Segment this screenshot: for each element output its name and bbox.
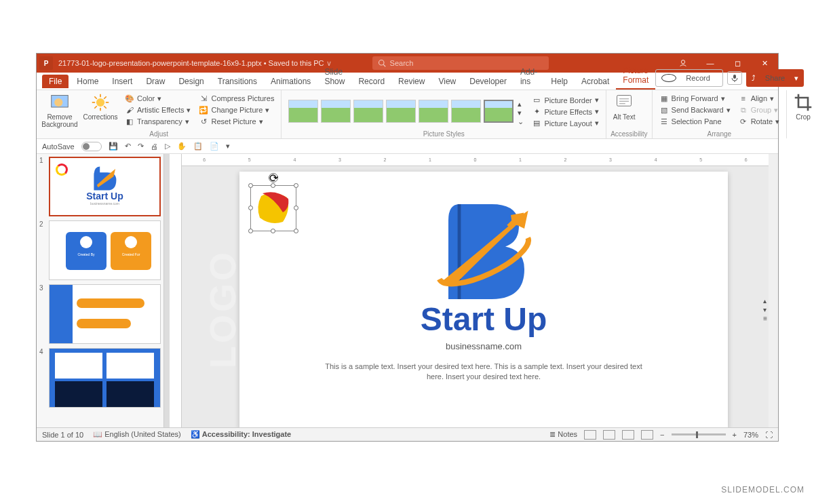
- crop-button[interactable]: Crop: [791, 92, 814, 121]
- reading-view-icon[interactable]: [622, 430, 634, 440]
- picture-border-button[interactable]: ▭Picture Border ▾: [529, 95, 602, 106]
- bring-forward-button[interactable]: ▦Bring Forward ▾: [657, 93, 733, 104]
- prev-slide-icon[interactable]: ▴: [763, 297, 767, 305]
- remove-bg-icon: [50, 93, 69, 112]
- picture-effects-button[interactable]: ✦Picture Effects ▾: [529, 106, 602, 117]
- change-picture-button[interactable]: 🔁Change Picture ▾: [196, 104, 277, 115]
- remove-background-button[interactable]: Remove Background: [41, 92, 79, 128]
- qat-from-beginning-icon[interactable]: ▷: [165, 142, 170, 151]
- fit-to-window-icon[interactable]: ⛶: [765, 431, 773, 439]
- redo-icon[interactable]: ↷: [138, 142, 144, 151]
- tab-record[interactable]: Record: [351, 73, 391, 90]
- zoom-slider[interactable]: [672, 433, 726, 435]
- slide-canvas[interactable]: LOGO ⟳: [182, 166, 769, 427]
- notes-button[interactable]: ≣ Notes: [549, 430, 577, 439]
- rotate-icon: ⟳: [739, 117, 748, 126]
- tab-file[interactable]: File: [42, 75, 69, 88]
- qat-print-icon[interactable]: 🖨: [151, 142, 158, 151]
- slide-counter: Slide 1 of 10: [42, 431, 83, 439]
- accessibility-status[interactable]: ♿ Accessibility: Investigate: [191, 430, 292, 439]
- svg-point-7: [96, 98, 104, 106]
- tab-developer[interactable]: Developer: [463, 73, 513, 90]
- next-slide-icon[interactable]: ▾: [763, 306, 767, 313]
- qat-paste-icon[interactable]: 📄: [210, 142, 219, 151]
- tab-transitions[interactable]: Transitions: [211, 73, 264, 90]
- brand-description: This is a sample text. Insert your desir…: [321, 362, 646, 383]
- svg-point-5: [54, 98, 62, 106]
- rotate-button[interactable]: ⟳Rotate ▾: [736, 116, 782, 127]
- rotation-handle[interactable]: ⟳: [269, 173, 278, 182]
- tab-animations[interactable]: Animations: [264, 73, 317, 90]
- zoom-level[interactable]: 73%: [743, 431, 758, 439]
- record-button[interactable]: Record: [655, 69, 722, 87]
- slideshow-view-icon[interactable]: [641, 430, 653, 440]
- tab-home[interactable]: Home: [70, 73, 105, 90]
- brand-title: Start Up: [239, 301, 728, 338]
- selection-pane-button[interactable]: ☰Selection Pane: [657, 116, 733, 127]
- slide-nav-split-icon[interactable]: ≡: [763, 315, 767, 322]
- svg-line-12: [94, 96, 97, 99]
- svg-rect-16: [617, 96, 632, 106]
- vertical-scrollbar[interactable]: [769, 154, 778, 427]
- share-button[interactable]: ⤴ Share ▾: [746, 69, 804, 87]
- compress-pictures-button[interactable]: ⇲Compress Pictures: [196, 93, 277, 104]
- powerpoint-window: P 21773-01-logo-presentation-powerpoint-…: [36, 53, 779, 442]
- alt-text-button[interactable]: Alt Text: [610, 92, 638, 121]
- align-button[interactable]: ≡Align ▾: [736, 93, 782, 104]
- autosave-toggle[interactable]: [81, 142, 102, 151]
- panel-splitter[interactable]: [164, 154, 170, 427]
- group-label-size: Size: [791, 130, 814, 138]
- tab-insert[interactable]: Insert: [105, 73, 139, 90]
- qat-more-icon[interactable]: ▾: [226, 142, 230, 151]
- save-icon[interactable]: 💾: [109, 142, 118, 151]
- brand-url: businessname.com: [239, 341, 728, 351]
- normal-view-icon[interactable]: [584, 430, 596, 440]
- zoom-in-icon[interactable]: +: [733, 431, 737, 439]
- transparency-button[interactable]: ◧Transparency ▾: [122, 116, 193, 127]
- bring-forward-icon: ▦: [659, 94, 669, 103]
- sorter-view-icon[interactable]: [603, 430, 615, 440]
- undo-icon[interactable]: ↶: [125, 142, 131, 151]
- color-button[interactable]: 🎨Color ▾: [122, 93, 193, 104]
- ribbon: Remove Background Corrections 🎨Color ▾ 🖌…: [37, 90, 778, 139]
- watermark-text: LOGO: [201, 250, 244, 368]
- vertical-ruler: [170, 154, 182, 427]
- tab-help[interactable]: Help: [544, 73, 575, 90]
- change-icon: 🔁: [199, 105, 208, 115]
- artistic-effects-button[interactable]: 🖌Artistic Effects ▾: [122, 104, 193, 115]
- send-backward-button[interactable]: ▧Send Backward ▾: [657, 104, 733, 115]
- slide-thumbnail-3[interactable]: 3: [39, 284, 161, 344]
- picture-layout-button[interactable]: ▤Picture Layout ▾: [529, 118, 602, 129]
- border-icon: ▭: [532, 96, 541, 105]
- qat-touch-icon[interactable]: ✋: [177, 142, 187, 151]
- layout-icon: ▤: [532, 119, 541, 128]
- tab-review[interactable]: Review: [391, 73, 431, 90]
- tab-view[interactable]: View: [431, 73, 463, 90]
- zoom-out-icon[interactable]: −: [660, 431, 664, 439]
- slide: LOGO ⟳: [239, 172, 728, 427]
- picture-styles-gallery[interactable]: ▴▾⌄: [286, 96, 526, 127]
- tab-design[interactable]: Design: [172, 73, 210, 90]
- corrections-button[interactable]: Corrections: [81, 92, 119, 121]
- tab-picture-format[interactable]: Picture Format: [616, 62, 655, 90]
- qat-copy-icon[interactable]: 📋: [193, 142, 203, 151]
- autosave-label: AutoSave: [42, 142, 75, 151]
- language-status[interactable]: 📖 English (United States): [93, 430, 181, 439]
- dictate-button[interactable]: [727, 71, 742, 85]
- svg-point-0: [379, 60, 384, 66]
- slide-thumbnail-1[interactable]: 1 Start Up businessname.com: [39, 157, 161, 216]
- page-footer-brand: SLIDEMODEL.COM: [721, 485, 805, 495]
- slide-thumbnail-2[interactable]: 2 Created By Created For: [39, 220, 161, 280]
- tab-addins[interactable]: Add-ins: [513, 64, 544, 90]
- crop-icon: [794, 93, 813, 112]
- selected-picture[interactable]: ⟳: [253, 188, 294, 229]
- quick-access-toolbar: AutoSave 💾 ↶ ↷ 🖨 ▷ ✋ 📋 📄 ▾: [37, 139, 778, 154]
- tab-draw[interactable]: Draw: [139, 73, 172, 90]
- slide-thumbnail-4[interactable]: 4 Logo Design Variants: [39, 348, 161, 408]
- group-icon: ⧉: [739, 105, 748, 115]
- slide-panel[interactable]: 1 Start Up businessname.com 2 Created By…: [37, 154, 164, 427]
- send-backward-icon: ▧: [659, 105, 669, 115]
- reset-picture-button[interactable]: ↺Reset Picture ▾: [196, 116, 277, 127]
- tab-slideshow[interactable]: Slide Show: [317, 64, 351, 90]
- tab-acrobat[interactable]: Acrobat: [575, 73, 616, 90]
